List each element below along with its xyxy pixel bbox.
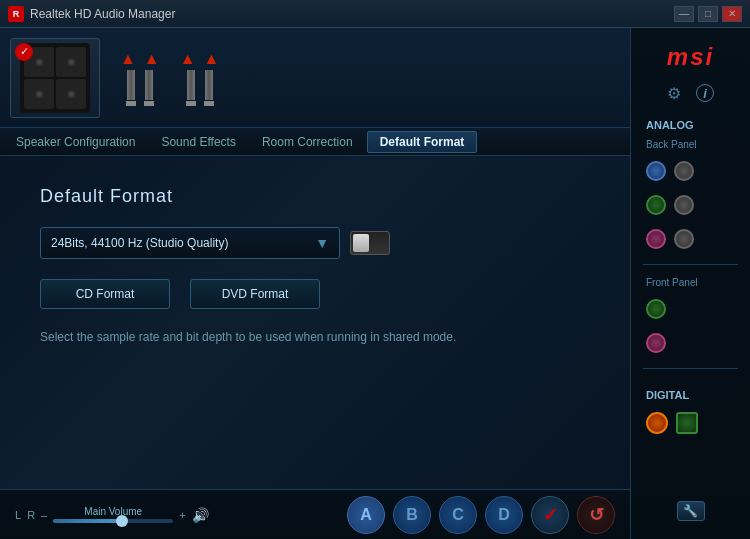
nav-check-button[interactable]: ✓ [531, 496, 569, 534]
rca-plugs-2 [186, 70, 214, 106]
tabs-bar: Speaker Configuration Sound Effects Room… [0, 128, 630, 156]
rca-ring-2 [144, 101, 154, 106]
back-panel-port-gray2[interactable] [674, 195, 694, 215]
front-panel-ports-row-2 [631, 330, 750, 356]
rca-shaft-1 [127, 70, 135, 100]
nav-b-button[interactable]: B [393, 496, 431, 534]
rca-plug-3 [186, 70, 196, 106]
app-icon: R [8, 6, 24, 22]
port-group-2: ▲ ▲ [180, 50, 220, 106]
arrow-up-1: ▲ [120, 50, 136, 68]
rca-ring-1 [126, 101, 136, 106]
main-container: ✓ ◉ ◉ ◉ ◉ ▲ ▲ [0, 28, 750, 539]
panel-title: Default Format [40, 186, 590, 207]
rca-plugs-1 [126, 70, 154, 106]
digital-port-green[interactable] [676, 412, 698, 434]
speaker-unit-3: ◉ [24, 79, 54, 109]
bottom-bar: L R – Main Volume + 🔊 A B [0, 489, 630, 539]
msi-logo: msi [657, 38, 724, 76]
digital-label: DIGITAL [646, 389, 689, 401]
back-panel-port-pink[interactable] [646, 229, 666, 249]
window-controls: — □ ✕ [674, 6, 742, 22]
back-panel-port-green[interactable] [646, 195, 666, 215]
close-button[interactable]: ✕ [722, 6, 742, 22]
nav-a-button[interactable]: A [347, 496, 385, 534]
rca-plug-2 [144, 70, 154, 106]
rca-plug-1 [126, 70, 136, 106]
rca-plug-4 [204, 70, 214, 106]
front-panel-ports-row-1 [631, 296, 750, 322]
title-bar-left: R Realtek HD Audio Manager [8, 6, 175, 22]
slider-thumb [116, 515, 128, 527]
format-toggle[interactable] [350, 231, 390, 255]
main-volume-label: Main Volume [84, 506, 142, 517]
tab-default-format[interactable]: Default Format [367, 131, 478, 153]
port-group-1: ▲ ▲ [120, 50, 160, 106]
speaker-unit-4: ◉ [56, 79, 86, 109]
nav-d-button[interactable]: D [485, 496, 523, 534]
speaker-check-icon: ✓ [15, 43, 33, 61]
volume-icon: 🔊 [192, 507, 209, 523]
dropdown-value: 24Bits, 44100 Hz (Studio Quality) [51, 236, 228, 250]
back-panel-ports-row-3 [631, 226, 750, 252]
right-sidebar: msi ⚙ i ANALOG Back Panel Front Panel [630, 28, 750, 539]
rca-shaft-3 [187, 70, 195, 100]
title-bar: R Realtek HD Audio Manager — □ ✕ [0, 0, 750, 28]
rca-shaft-4 [205, 70, 213, 100]
sidebar-divider-2 [643, 368, 738, 369]
speaker-box: ✓ ◉ ◉ ◉ ◉ [10, 38, 100, 118]
tab-sound-effects[interactable]: Sound Effects [149, 131, 248, 153]
tab-room-correction[interactable]: Room Correction [250, 131, 365, 153]
digital-port-orange[interactable] [646, 412, 668, 434]
gear-icon[interactable]: ⚙ [667, 84, 681, 103]
arrow-up-4: ▲ [204, 50, 220, 68]
maximize-button[interactable]: □ [698, 6, 718, 22]
volume-section: L R – Main Volume + 🔊 [15, 506, 332, 523]
back-panel-port-gray3[interactable] [674, 229, 694, 249]
wrench-icon: 🔧 [683, 504, 698, 518]
nav-c-button[interactable]: C [439, 496, 477, 534]
vol-left-label: L [15, 509, 21, 521]
tab-speaker-configuration[interactable]: Speaker Configuration [4, 131, 147, 153]
volume-slider[interactable] [53, 519, 173, 523]
nav-buttons: A B C D ✓ ↺ [347, 496, 615, 534]
wrench-button[interactable]: 🔧 [677, 501, 705, 521]
cd-format-button[interactable]: CD Format [40, 279, 170, 309]
wrench-area: 🔧 [677, 501, 705, 529]
app-title: Realtek HD Audio Manager [30, 7, 175, 21]
arrow-up-3: ▲ [180, 50, 196, 68]
arrows-1: ▲ ▲ [120, 50, 160, 68]
analog-label: ANALOG [646, 119, 694, 131]
format-description: Select the sample rate and bit depth to … [40, 329, 590, 346]
minimize-button[interactable]: — [674, 6, 694, 22]
rca-shaft-2 [145, 70, 153, 100]
dvd-format-button[interactable]: DVD Format [190, 279, 320, 309]
rca-ring-3 [186, 101, 196, 106]
speaker-unit-2: ◉ [56, 47, 86, 77]
toggle-handle [353, 234, 369, 252]
format-dropdown[interactable]: 24Bits, 44100 Hz (Studio Quality) ▼ [40, 227, 340, 259]
content-area: ✓ ◉ ◉ ◉ ◉ ▲ ▲ [0, 28, 630, 539]
dropdown-arrow-icon: ▼ [315, 235, 329, 251]
back-panel-port-blue[interactable] [646, 161, 666, 181]
arrow-up-2: ▲ [144, 50, 160, 68]
back-panel-port-gray[interactable] [674, 161, 694, 181]
port-header: ✓ ◉ ◉ ◉ ◉ ▲ ▲ [0, 28, 630, 128]
front-panel-label: Front Panel [646, 277, 698, 288]
default-format-panel: Default Format 24Bits, 44100 Hz (Studio … [0, 156, 630, 489]
format-buttons: CD Format DVD Format [40, 279, 590, 309]
vol-plus: + [179, 509, 185, 521]
sidebar-divider-1 [643, 264, 738, 265]
info-icon[interactable]: i [696, 84, 714, 102]
sidebar-icon-row: ⚙ i [667, 84, 714, 103]
vol-minus: – [41, 509, 47, 521]
back-panel-ports-row-1 [631, 158, 750, 184]
vol-right-label: R [27, 509, 35, 521]
digital-ports [631, 409, 750, 437]
front-panel-port-green[interactable] [646, 299, 666, 319]
back-panel-ports-row-2 [631, 192, 750, 218]
back-panel-label: Back Panel [646, 139, 697, 150]
front-panel-port-pink[interactable] [646, 333, 666, 353]
nav-refresh-button[interactable]: ↺ [577, 496, 615, 534]
dropdown-row: 24Bits, 44100 Hz (Studio Quality) ▼ [40, 227, 590, 259]
